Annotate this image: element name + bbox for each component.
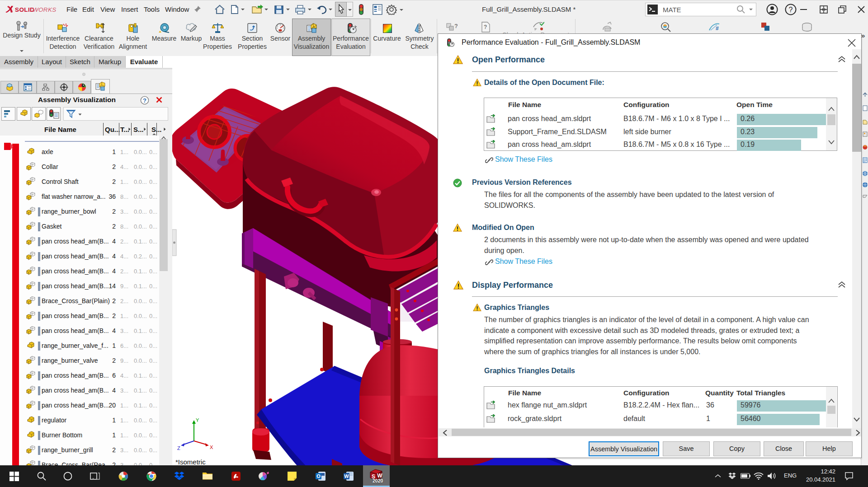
svg-text:#: # (716, 25, 719, 32)
svg-text:*Isometric: *Isometric (175, 458, 206, 465)
svg-text:?: ? (484, 24, 487, 30)
svg-text:O: O (316, 473, 321, 479)
svg-text:?: ? (789, 6, 793, 14)
svg-text:W: W (344, 473, 349, 479)
svg-text:X: X (210, 445, 213, 450)
svg-text:?: ? (143, 97, 146, 104)
svg-text:SOLID: SOLID (15, 6, 34, 13)
svg-text:Y: Y (196, 417, 199, 423)
svg-text:?: ? (454, 23, 458, 29)
svg-text:Z: Z (177, 445, 180, 451)
svg-text:WORKS: WORKS (33, 6, 57, 13)
